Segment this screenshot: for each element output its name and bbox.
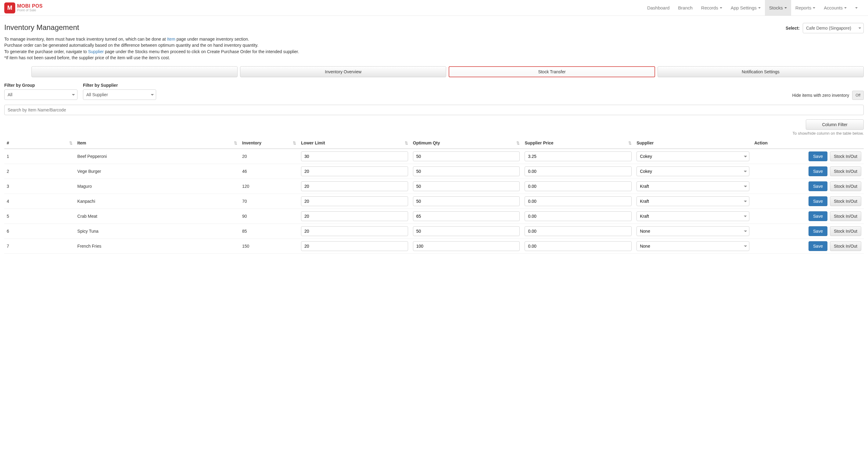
supplier-price-input[interactable] (525, 196, 632, 206)
optimum-qty-input[interactable] (413, 166, 520, 176)
column-filter-button[interactable]: Column Filter (806, 119, 864, 130)
cell-num: 2 (4, 164, 75, 179)
location-select-label: Select: (786, 26, 800, 31)
nav-dashboard-label: Dashboard (647, 5, 670, 10)
supplier-price-input[interactable] (525, 211, 632, 221)
nav-app-settings-label: App Settings (731, 5, 757, 10)
cell-item: Beef Pepperoni (75, 149, 240, 164)
blank-button[interactable] (31, 66, 238, 77)
desc-text: *If item has not been saved before, the … (4, 55, 864, 61)
th-item[interactable]: Item⇅ (75, 137, 240, 149)
optimum-qty-input[interactable] (413, 151, 520, 161)
optimum-qty-input[interactable] (413, 241, 520, 251)
lower-limit-input[interactable] (301, 241, 408, 251)
chevron-down-icon (784, 7, 787, 8)
th-supplier: Supplier (634, 137, 752, 149)
supplier-price-input[interactable] (525, 151, 632, 161)
cell-inventory: 120 (240, 179, 299, 194)
sort-icon: ⇅ (293, 141, 296, 145)
supplier-select[interactable]: Kraft (637, 181, 749, 191)
optimum-qty-input[interactable] (413, 196, 520, 206)
brand-logo-icon: M (4, 2, 15, 13)
inventory-overview-button[interactable]: Inventory Overview (240, 66, 446, 77)
nav-records-label: Records (701, 5, 718, 10)
cell-inventory: 46 (240, 164, 299, 179)
inventory-table: #⇅ Item⇅ Inventory⇅ Lower Limit⇅ Optimum… (4, 137, 864, 254)
page-title: Inventory Management (4, 23, 79, 32)
th-num[interactable]: #⇅ (4, 137, 75, 149)
stock-in-out-button[interactable]: Stock In/Out (830, 226, 861, 236)
nav-records[interactable]: Records (697, 0, 726, 16)
th-inventory[interactable]: Inventory⇅ (240, 137, 299, 149)
brand[interactable]: M MOBI POS Point of Sale (4, 2, 43, 13)
stock-in-out-button[interactable]: Stock In/Out (830, 166, 861, 176)
hide-zero-toggle[interactable]: Off (852, 91, 864, 100)
save-button[interactable]: Save (808, 181, 828, 191)
optimum-qty-input[interactable] (413, 181, 520, 191)
th-optimum-label: Optimum Qty (413, 140, 440, 145)
table-row: 5Crab Meat90KraftSaveStock In/Out (4, 209, 864, 224)
filter-supplier-select[interactable]: All Supplier (83, 89, 156, 100)
save-button[interactable]: Save (808, 211, 828, 221)
nav-reports[interactable]: Reports (791, 0, 820, 16)
supplier-select[interactable]: Cokey (637, 151, 749, 161)
supplier-price-input[interactable] (525, 241, 632, 251)
cell-num: 5 (4, 209, 75, 224)
desc-text: To generate the purchase order, navigate… (4, 49, 88, 54)
stock-transfer-button[interactable]: Stock Transfer (448, 66, 655, 77)
cell-inventory: 20 (240, 149, 299, 164)
stock-in-out-button[interactable]: Stock In/Out (830, 211, 861, 221)
brand-subtitle: Point of Sale (17, 8, 43, 12)
filter-supplier-label: Filter by Supplier (83, 83, 156, 88)
lower-limit-input[interactable] (301, 166, 408, 176)
stock-in-out-button[interactable]: Stock In/Out (830, 181, 861, 191)
supplier-select[interactable]: None (637, 241, 749, 251)
notification-settings-button[interactable]: Notification Settings (657, 66, 864, 77)
save-button[interactable]: Save (808, 241, 828, 251)
supplier-select[interactable]: Kraft (637, 196, 749, 206)
cell-num: 4 (4, 194, 75, 209)
th-lower[interactable]: Lower Limit⇅ (299, 137, 410, 149)
cell-inventory: 150 (240, 239, 299, 254)
stock-in-out-button[interactable]: Stock In/Out (830, 151, 861, 161)
nav-accounts[interactable]: Accounts (819, 0, 851, 16)
supplier-price-input[interactable] (525, 226, 632, 236)
nav-reports-label: Reports (796, 5, 812, 10)
filter-group-select[interactable]: All (4, 89, 78, 100)
description-block: To manage inventory, item must have trac… (4, 36, 864, 61)
lower-limit-input[interactable] (301, 181, 408, 191)
th-price[interactable]: Supplier Price⇅ (522, 137, 634, 149)
optimum-qty-input[interactable] (413, 211, 520, 221)
brand-title: MOBI POS (17, 4, 43, 8)
nav-extra-caret[interactable] (851, 0, 862, 16)
save-button[interactable]: Save (808, 226, 828, 236)
save-button[interactable]: Save (808, 166, 828, 176)
stock-in-out-button[interactable]: Stock In/Out (830, 241, 861, 251)
nav-dashboard[interactable]: Dashboard (643, 0, 674, 16)
sort-icon: ⇅ (405, 141, 408, 145)
nav-stocks[interactable]: Stocks (765, 0, 791, 16)
nav-app-settings[interactable]: App Settings (726, 0, 765, 16)
lower-limit-input[interactable] (301, 211, 408, 221)
supplier-select[interactable]: Kraft (637, 211, 749, 221)
save-button[interactable]: Save (808, 151, 828, 161)
cell-num: 7 (4, 239, 75, 254)
search-input[interactable] (4, 105, 864, 115)
save-button[interactable]: Save (808, 196, 828, 206)
lower-limit-input[interactable] (301, 196, 408, 206)
th-optimum[interactable]: Optimum Qty⇅ (410, 137, 522, 149)
supplier-link[interactable]: Supplier (88, 49, 104, 54)
item-link[interactable]: Item (167, 37, 175, 41)
supplier-price-input[interactable] (525, 181, 632, 191)
supplier-select[interactable]: Cokey (637, 166, 749, 176)
stock-in-out-button[interactable]: Stock In/Out (830, 196, 861, 206)
optimum-qty-input[interactable] (413, 226, 520, 236)
location-select[interactable]: Cafe Demo (Singapore) (803, 23, 864, 33)
desc-text: page under the Stocks menu then proceed … (104, 49, 299, 54)
supplier-price-input[interactable] (525, 166, 632, 176)
supplier-select[interactable]: None (637, 226, 749, 236)
cell-num: 1 (4, 149, 75, 164)
lower-limit-input[interactable] (301, 151, 408, 161)
nav-branch[interactable]: Branch (674, 0, 697, 16)
lower-limit-input[interactable] (301, 226, 408, 236)
